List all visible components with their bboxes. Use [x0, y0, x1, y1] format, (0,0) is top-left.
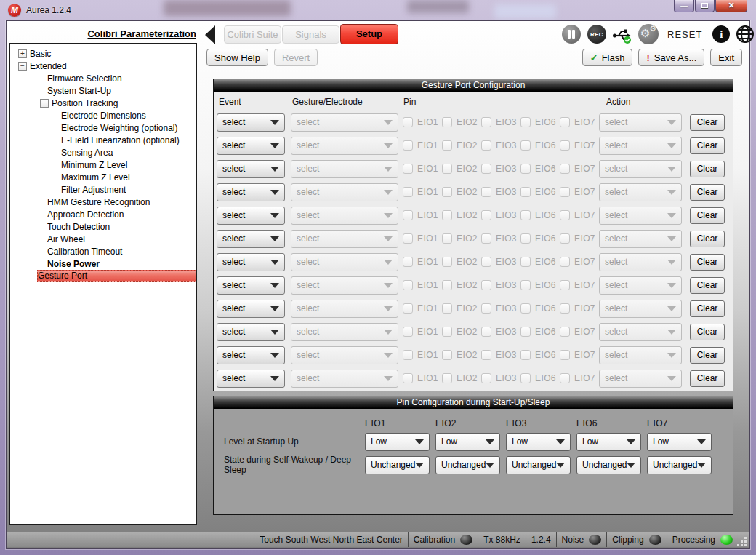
action-select[interactable]: select	[599, 183, 682, 201]
action-select[interactable]: select	[599, 323, 682, 341]
clear-button[interactable]: Clear	[690, 347, 725, 364]
pause-icon[interactable]	[562, 25, 581, 44]
gesture-electrode-select[interactable]: select	[291, 300, 398, 318]
action-select[interactable]: select	[599, 276, 682, 295]
tab-colibri-suite[interactable]: Colibri Suite	[224, 25, 281, 44]
tree-item[interactable]: HMM Gesture Recognition	[10, 196, 196, 208]
event-select[interactable]: select	[217, 160, 285, 178]
clear-button[interactable]: Clear	[690, 370, 725, 387]
gesture-electrode-select[interactable]: select	[291, 346, 398, 364]
maximize-button[interactable]	[695, 0, 715, 12]
pin-checkbox[interactable]	[442, 117, 452, 127]
action-select[interactable]: select	[599, 346, 682, 364]
pin-checkbox[interactable]	[403, 257, 413, 267]
pin-checkbox[interactable]	[403, 350, 413, 360]
tab-setup[interactable]: Setup	[340, 24, 398, 44]
pin-checkbox[interactable]	[560, 210, 570, 220]
gesture-electrode-select[interactable]: select	[291, 207, 398, 225]
pin-state-select[interactable]: Unchanged	[506, 456, 571, 474]
gesture-electrode-select[interactable]: select	[291, 230, 398, 248]
pin-checkbox[interactable]	[403, 233, 413, 244]
event-select[interactable]: select	[217, 137, 285, 155]
pin-state-select[interactable]: Low	[365, 433, 430, 451]
back-arrow-icon[interactable]	[205, 25, 215, 44]
tree-item[interactable]: Sensing Area	[10, 146, 196, 159]
event-select[interactable]: select	[217, 346, 285, 364]
action-select[interactable]: select	[599, 113, 682, 132]
pin-checkbox[interactable]	[481, 280, 491, 290]
gesture-electrode-select[interactable]: select	[291, 137, 398, 155]
pin-state-select[interactable]: Low	[576, 433, 641, 451]
pin-checkbox[interactable]	[560, 164, 570, 174]
event-select[interactable]: select	[217, 276, 285, 295]
pin-checkbox[interactable]	[520, 187, 531, 197]
tree-item[interactable]: Firmware Selection	[10, 72, 196, 84]
pin-checkbox[interactable]	[520, 327, 531, 337]
pin-checkbox[interactable]	[520, 233, 531, 244]
pin-checkbox[interactable]	[520, 257, 531, 267]
reset-button[interactable]: RESET	[667, 29, 702, 40]
pin-checkbox[interactable]	[481, 233, 491, 244]
pin-checkbox[interactable]	[442, 257, 452, 267]
pin-checkbox[interactable]	[560, 187, 570, 197]
clear-button[interactable]: Clear	[690, 300, 725, 317]
pin-checkbox[interactable]	[560, 303, 570, 314]
pin-checkbox[interactable]	[481, 210, 491, 220]
action-select[interactable]: select	[599, 137, 682, 155]
clear-button[interactable]: Clear	[690, 231, 725, 247]
pin-checkbox[interactable]	[403, 140, 413, 151]
tree-item[interactable]: Electrode Dimensions	[10, 109, 196, 121]
pin-checkbox[interactable]	[560, 350, 570, 360]
resize-grip[interactable]	[739, 536, 747, 546]
event-select[interactable]: select	[217, 323, 285, 341]
pin-checkbox[interactable]	[520, 303, 531, 314]
action-select[interactable]: select	[599, 300, 682, 318]
pin-checkbox[interactable]	[442, 303, 452, 314]
pin-checkbox[interactable]	[403, 373, 413, 383]
tree-item[interactable]: Approach Detection	[10, 208, 196, 220]
pin-checkbox[interactable]	[403, 164, 413, 174]
clear-button[interactable]: Clear	[690, 137, 725, 154]
gears-icon[interactable]: ⚙⚙	[638, 24, 659, 44]
tree-item[interactable]: Noise Power	[10, 257, 196, 270]
tree-item[interactable]: E-Field Linearization (optional)	[10, 134, 196, 146]
event-select[interactable]: select	[217, 207, 285, 225]
clear-button[interactable]: Clear	[690, 277, 725, 294]
clear-button[interactable]: Clear	[690, 254, 725, 271]
event-select[interactable]: select	[217, 113, 285, 132]
pin-state-select[interactable]: Low	[435, 433, 500, 451]
tree-item[interactable]: + Basic	[10, 47, 196, 60]
pin-state-select[interactable]: Unchanged	[647, 456, 712, 474]
gesture-electrode-select[interactable]: select	[291, 160, 398, 178]
close-button[interactable]: ✕	[715, 0, 747, 12]
pin-state-select[interactable]: Low	[506, 433, 571, 451]
tree-expander-icon[interactable]: +	[18, 49, 27, 58]
pin-checkbox[interactable]	[442, 327, 452, 337]
clear-button[interactable]: Clear	[690, 324, 725, 340]
pin-checkbox[interactable]	[442, 140, 452, 151]
tree-item[interactable]: Electrode Weighting (optional)	[10, 121, 196, 134]
pin-checkbox[interactable]	[520, 280, 531, 290]
tree-item[interactable]: − Extended	[10, 60, 196, 72]
pin-checkbox[interactable]	[560, 140, 570, 151]
clear-button[interactable]: Clear	[690, 207, 725, 224]
pin-checkbox[interactable]	[481, 164, 491, 174]
info-icon[interactable]: i	[712, 25, 730, 43]
pin-checkbox[interactable]	[481, 257, 491, 267]
title-bar[interactable]: M Aurea 1.2.4 — ✕	[0, 0, 756, 20]
pin-checkbox[interactable]	[520, 373, 531, 383]
gesture-electrode-select[interactable]: select	[291, 253, 398, 271]
revert-button[interactable]: Revert	[274, 49, 318, 66]
tab-signals[interactable]: Signals	[282, 25, 339, 44]
pin-checkbox[interactable]	[481, 117, 491, 127]
pin-checkbox[interactable]	[481, 140, 491, 151]
event-select[interactable]: select	[217, 183, 285, 201]
pin-checkbox[interactable]	[560, 280, 570, 290]
gesture-electrode-select[interactable]: select	[291, 323, 398, 341]
tree-item[interactable]: Touch Detection	[10, 220, 196, 233]
save-as-button[interactable]: !Save As...	[638, 49, 704, 66]
event-select[interactable]: select	[217, 253, 285, 271]
tree-item[interactable]: Maximum Z Level	[10, 171, 196, 183]
pin-checkbox[interactable]	[403, 327, 413, 337]
usb-connected-icon[interactable]	[612, 24, 632, 44]
